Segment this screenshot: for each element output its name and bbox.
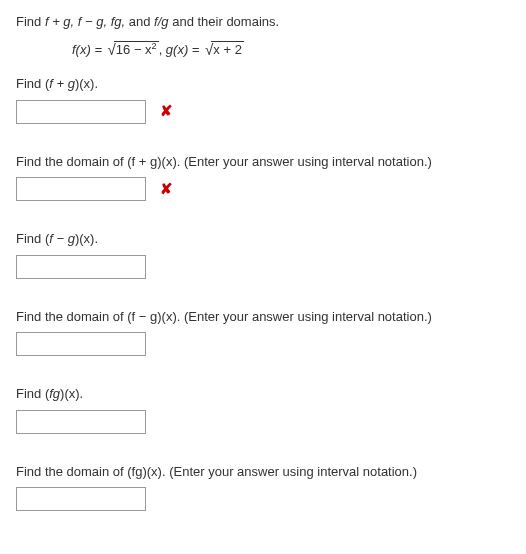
question-2: Find the domain of (f + g)(x). (Enter yo… — [16, 152, 510, 202]
sqrt-icon: 16 − x2 — [106, 38, 159, 61]
prompt-text: Find the domain of (f − g)(x). (Enter yo… — [16, 307, 510, 327]
answer-input-6[interactable] — [16, 487, 146, 511]
answer-input-4[interactable] — [16, 332, 146, 356]
prompt-text: Find (f − g)(x). — [16, 229, 510, 249]
prompt-text: Find the domain of (f + g)(x). (Enter yo… — [16, 152, 510, 172]
intro-text: Find f + g, f − g, fg, and f/g and their… — [16, 12, 510, 32]
sqrt-icon: x + 2 — [203, 38, 244, 61]
answer-input-3[interactable] — [16, 255, 146, 279]
answer-input-1[interactable] — [16, 100, 146, 124]
prompt-text: Find (f + g)(x). — [16, 74, 510, 94]
prompt-text: Find the domain of (fg)(x). (Enter your … — [16, 462, 510, 482]
wrong-icon: ✘ — [160, 178, 173, 201]
question-4: Find the domain of (f − g)(x). (Enter yo… — [16, 307, 510, 357]
prompt-text: Find (fg)(x). — [16, 384, 510, 404]
answer-input-2[interactable] — [16, 177, 146, 201]
function-definitions: f(x) = 16 − x2, g(x) = x + 2 — [16, 38, 510, 61]
question-3: Find (f − g)(x). — [16, 229, 510, 279]
question-1: Find (f + g)(x). ✘ — [16, 74, 510, 124]
question-5: Find (fg)(x). — [16, 384, 510, 434]
answer-input-5[interactable] — [16, 410, 146, 434]
question-6: Find the domain of (fg)(x). (Enter your … — [16, 462, 510, 512]
wrong-icon: ✘ — [160, 100, 173, 123]
